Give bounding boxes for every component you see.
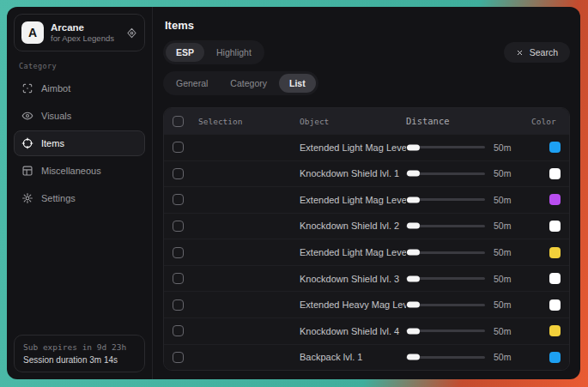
color-swatch[interactable] [549,142,561,153]
slider-handle[interactable] [407,302,420,308]
distance-value: 50m [494,168,511,178]
close-icon [516,49,524,57]
distance-slider[interactable] [406,277,485,280]
distance-slider[interactable] [406,356,485,359]
sidebar-nav: Aimbot Visuals Items Miscellaneous Setti… [14,76,145,211]
select-all-checkbox[interactable] [173,116,184,127]
sidebar-item[interactable]: Aimbot [14,76,145,101]
distance-slider[interactable] [406,330,485,332]
distance-slider[interactable] [406,225,485,227]
sidebar: A Arcane for Apex Legends Category Aimbo… [7,7,153,379]
column-header-selection: Selection [198,117,300,126]
column-header-distance: Distance [406,116,531,126]
object-name: Extended Heavy Mag Level 1 [300,299,406,310]
sidebar-item[interactable]: Visuals [14,103,145,129]
color-swatch[interactable] [549,273,561,284]
slider-handle[interactable] [407,275,420,281]
distance-slider[interactable] [406,198,485,201]
distance-value: 50m [494,247,511,257]
sidebar-item[interactable]: Items [14,130,145,156]
slider-handle[interactable] [407,328,420,334]
slider-handle[interactable] [407,250,420,256]
sidebar-item[interactable]: Settings [14,185,145,211]
app-header-card: A Arcane for Apex Legends [14,14,145,51]
focus-icon [21,82,33,94]
mode-tab[interactable]: Highlight [206,43,262,62]
shield-icon[interactable] [126,27,137,39]
distance-slider[interactable] [406,251,485,254]
sidebar-item-label: Visuals [41,111,71,121]
table-row: Knockdown Shield lvl. 3 50m [164,265,569,292]
color-swatch[interactable] [549,221,561,232]
app-window: A Arcane for Apex Legends Category Aimbo… [7,7,580,379]
slider-handle[interactable] [407,223,420,229]
slider-handle[interactable] [407,354,420,360]
color-swatch[interactable] [549,325,561,336]
color-swatch[interactable] [549,247,561,258]
target-icon [21,137,33,149]
table-row: Extended Light Mag Level 3 50m [164,186,569,213]
app-logo: A [21,21,44,44]
distance-slider[interactable] [406,172,485,175]
gear-icon [21,192,33,204]
search-button-label: Search [530,47,558,57]
color-swatch[interactable] [549,168,561,179]
view-tab[interactable]: List [279,74,316,93]
table-row: Extended Light Mag Level 4 50m [164,239,569,265]
color-swatch[interactable] [549,194,561,205]
grid-icon [21,165,33,177]
main-panel: Items ESPHighlight Search GeneralCategor… [153,7,580,379]
color-swatch[interactable] [549,299,561,311]
object-name: Knockdown Shield lvl. 2 [300,221,406,231]
object-name: Knockdown Shield lvl. 4 [300,326,406,336]
table-row: Knockdown Shield lvl. 4 50m [164,317,569,344]
eye-icon [21,110,33,122]
category-label: Category [19,62,140,70]
slider-handle[interactable] [407,197,420,203]
distance-slider[interactable] [406,304,485,306]
table-row: Extended Heavy Mag Level 1 50m [164,291,569,317]
object-name: Backpack lvl. 1 [300,352,406,362]
object-name: Extended Light Mag Level 3 [300,195,406,205]
sidebar-item-label: Aimbot [41,83,70,94]
row-checkbox[interactable] [173,247,184,258]
table-header-row: Selection Object Distance Color [164,108,569,134]
page-title: Items [165,19,570,32]
row-checkbox[interactable] [173,352,184,363]
table-row: Extended Light Mag Level 2 50m [164,134,569,160]
row-checkbox[interactable] [173,194,184,205]
mode-tabs: ESPHighlight [163,40,264,64]
sidebar-item[interactable]: Miscellaneous [14,158,145,184]
app-name: Arcane [51,21,114,33]
table-row: Backpack lvl. 1 50m [164,344,569,371]
mode-tab[interactable]: ESP [166,43,204,62]
object-name: Knockdown Shield lvl. 1 [300,168,406,178]
table-row: Knockdown Shield lvl. 2 50m [164,213,569,239]
row-checkbox[interactable] [173,299,184,311]
row-checkbox[interactable] [173,273,184,284]
object-name: Extended Light Mag Level 4 [300,247,406,257]
column-header-color: Color [531,117,561,126]
color-swatch[interactable] [549,352,561,363]
object-name: Knockdown Shield lvl. 3 [300,274,406,284]
sidebar-item-label: Miscellaneous [41,166,101,176]
slider-handle[interactable] [407,171,420,177]
view-tab[interactable]: General [166,74,218,93]
object-name: Extended Light Mag Level 2 [300,142,406,153]
app-subtitle: for Apex Legends [51,33,114,44]
distance-value: 50m [494,299,511,310]
row-checkbox[interactable] [173,221,184,232]
sidebar-item-label: Settings [41,193,76,203]
sidebar-item-label: Items [41,138,64,148]
distance-value: 50m [494,326,511,336]
row-checkbox[interactable] [173,142,184,153]
distance-slider[interactable] [406,146,485,148]
slider-handle[interactable] [407,144,420,150]
search-button[interactable]: Search [504,42,570,63]
row-checkbox[interactable] [173,168,184,179]
distance-value: 50m [494,142,511,153]
distance-value: 50m [494,352,511,362]
row-checkbox[interactable] [173,325,184,336]
view-tab[interactable]: Category [220,74,277,93]
session-duration: Session duration 3m 14s [23,355,136,365]
